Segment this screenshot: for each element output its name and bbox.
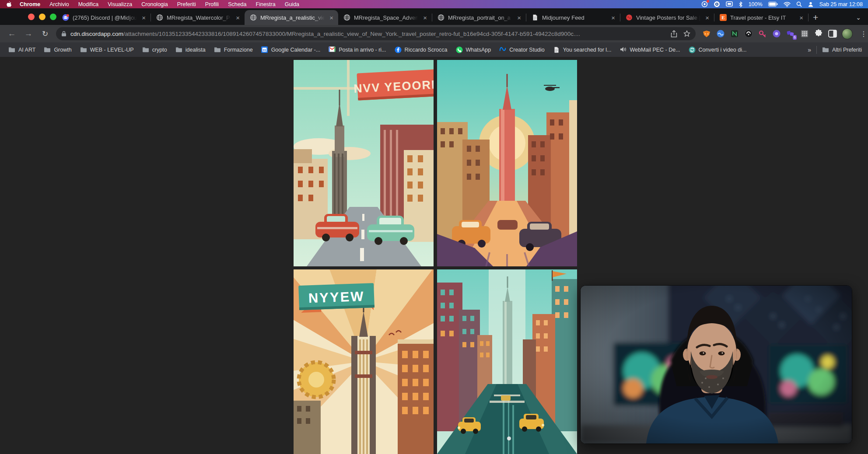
close-window-button[interactable] — [28, 14, 35, 20]
poster-top-left[interactable]: NVV YEOORE — [294, 60, 434, 266]
other-bookmarks-label: Altri Preferiti — [832, 47, 862, 53]
tab-separator — [808, 14, 808, 21]
folder-icon — [80, 46, 87, 53]
folder-icon — [142, 46, 149, 53]
profile-avatar[interactable] — [842, 28, 853, 39]
poster-bottom-left[interactable]: NYYEW — [294, 269, 434, 454]
tab-5[interactable]: MRregista_portrait_on_a× — [432, 10, 526, 25]
bookmark-label: You searched for l... — [563, 47, 612, 53]
menu-item-scheda[interactable]: Scheda — [228, 1, 246, 7]
bookmark-3[interactable]: WEB - LEVEL-UP — [80, 46, 134, 53]
tab-title: MRregista_Watercolor_Pa — [167, 14, 231, 21]
new-tab-button[interactable]: + — [813, 13, 818, 22]
tab-close-icon[interactable]: × — [798, 14, 805, 21]
bookmark-11[interactable]: Creator Studio — [499, 46, 545, 53]
bookmark-label: AI ART — [18, 47, 35, 53]
tab-1[interactable]: (2765) Discord | @Midjou× — [57, 10, 150, 25]
tab-close-icon[interactable]: × — [516, 14, 522, 21]
side-panel-icon[interactable] — [828, 29, 837, 38]
menu-item-finestra[interactable]: Finestra — [256, 1, 276, 7]
tab-search-chevron-icon[interactable]: ⌄ — [856, 14, 861, 21]
bookmark-7[interactable]: 31Google Calendar -... — [261, 46, 321, 53]
chrome-toolbar: ← → ↻ cdn.discordapp.com/attachments/101… — [0, 25, 868, 42]
folder-icon — [175, 46, 182, 53]
reload-button[interactable]: ↻ — [40, 29, 50, 38]
menu-item-guida[interactable]: Guida — [285, 1, 299, 7]
other-bookmarks-folder[interactable]: Altri Preferiti — [822, 46, 862, 53]
bookmark-14[interactable]: Converti i video di... — [689, 46, 747, 53]
bookmark-label: crypto — [152, 47, 167, 53]
purple-circle-extension-icon[interactable] — [772, 29, 781, 38]
menu-bar-clock[interactable]: Sab 25 mar 12:08 — [819, 1, 863, 7]
bookmark-4[interactable]: crypto — [142, 46, 167, 53]
menu-item-modifica[interactable]: Modifica — [78, 1, 99, 7]
tab-title: MRregista_portrait_on_a — [448, 14, 512, 21]
record-icon[interactable] — [714, 1, 720, 7]
cluster-extension-icon[interactable]: 6 — [786, 29, 795, 38]
midjourney-image-grid[interactable]: NVV YEOORE — [294, 60, 577, 454]
discord-favicon-icon — [62, 14, 69, 21]
tab-4[interactable]: MRregista_Space_Advent× — [338, 10, 432, 25]
bookmark-5[interactable]: idealista — [175, 46, 206, 53]
bookmark-13[interactable]: WebMail PEC - De... — [620, 46, 680, 53]
tab-7[interactable]: Vintage Posters for Sale |× — [620, 10, 714, 25]
bookmarks-overflow-button[interactable]: » — [808, 46, 811, 53]
tab-3[interactable]: MRregista_a_realistic_vie× — [245, 10, 338, 25]
bookmark-label: WhatsApp — [466, 47, 491, 53]
wifi-icon[interactable] — [784, 2, 791, 7]
url-path: /attachments/1013512335442333816/1089142… — [123, 31, 580, 37]
tab-close-icon[interactable]: × — [328, 14, 335, 21]
forward-button[interactable]: → — [24, 29, 33, 38]
spotlight-icon[interactable] — [796, 1, 802, 7]
share-icon[interactable] — [671, 30, 677, 38]
dark-circle-extension-icon[interactable] — [744, 29, 753, 38]
reddot-favicon-icon — [626, 14, 633, 21]
n-extension-icon[interactable] — [730, 29, 739, 38]
chrome-menu-icon[interactable]: ⋮ — [860, 30, 868, 38]
display-icon[interactable] — [726, 1, 733, 7]
bookmark-label: Riccardo Scrocca — [405, 47, 448, 53]
extensions-puzzle-icon[interactable] — [814, 29, 823, 38]
whatsapp-icon — [456, 46, 463, 53]
tab-close-icon[interactable]: × — [422, 14, 428, 21]
menu-item-archivio[interactable]: Archivio — [49, 1, 69, 7]
bookmark-label: Converti i video di... — [699, 47, 747, 53]
tab-8[interactable]: ETravel poster - Etsy IT× — [714, 10, 808, 25]
tab-title: Travel poster - Etsy IT — [730, 14, 794, 21]
tab-close-icon[interactable]: × — [610, 14, 616, 21]
bookmark-8[interactable]: Posta in arrivo - ri... — [329, 46, 386, 53]
bookmark-9[interactable]: Riccardo Scrocca — [395, 46, 448, 53]
minimize-window-button[interactable] — [39, 14, 46, 20]
menu-item-visualizza[interactable]: Visualizza — [108, 1, 132, 7]
bookmark-star-icon[interactable] — [683, 30, 690, 37]
tab-close-icon[interactable]: × — [704, 14, 710, 21]
poster-bottom-right[interactable] — [437, 269, 577, 454]
tab-close-icon[interactable]: × — [140, 14, 147, 21]
zoom-window-button[interactable] — [50, 14, 56, 20]
app-notification-icon[interactable] — [701, 1, 708, 7]
address-bar[interactable]: cdn.discordapp.com/attachments/101351233… — [56, 27, 696, 40]
fox-extension-icon[interactable] — [702, 29, 711, 38]
tab-2[interactable]: MRregista_Watercolor_Pa× — [151, 10, 245, 25]
menu-item-preferiti[interactable]: Preferiti — [177, 1, 196, 7]
menu-item-cronologia[interactable]: Cronologia — [141, 1, 168, 7]
wave-extension-icon[interactable] — [716, 29, 725, 38]
bluetooth-icon[interactable] — [738, 1, 743, 7]
back-button[interactable]: ← — [7, 29, 17, 38]
lock-icon — [61, 31, 66, 37]
bookmark-1[interactable]: AI ART — [8, 46, 35, 53]
menu-item-chrome[interactable]: Chrome — [20, 1, 40, 7]
bookmark-10[interactable]: WhatsApp — [456, 46, 491, 53]
user-switch-icon[interactable] — [808, 1, 814, 7]
tab-6[interactable]: Midjourney Feed× — [526, 10, 620, 25]
tab-close-icon[interactable]: × — [234, 14, 241, 21]
grid-extension-icon[interactable] — [800, 29, 809, 38]
key-extension-icon[interactable] — [758, 29, 767, 38]
bookmark-6[interactable]: Formazione — [214, 46, 253, 53]
bookmark-12[interactable]: You searched for l... — [553, 46, 612, 53]
globe-favicon-icon — [438, 14, 444, 21]
menu-item-profili[interactable]: Profili — [205, 1, 219, 7]
bookmark-2[interactable]: Growth — [44, 46, 71, 53]
apple-menu-icon[interactable] — [6, 1, 12, 7]
poster-top-right[interactable] — [437, 60, 577, 266]
